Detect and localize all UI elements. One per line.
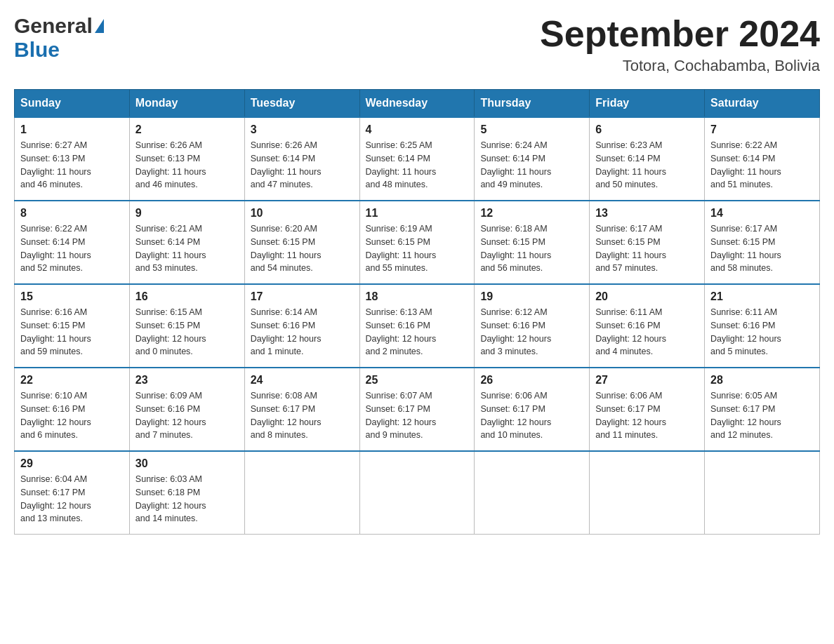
calendar-day-empty (475, 451, 590, 535)
calendar-day-26: 26Sunrise: 6:06 AMSunset: 6:17 PMDayligh… (475, 368, 590, 451)
calendar-week-1: 1Sunrise: 6:27 AMSunset: 6:13 PMDaylight… (15, 117, 820, 201)
day-number: 28 (710, 374, 814, 387)
calendar-table: SundayMondayTuesdayWednesdayThursdayFrid… (14, 89, 820, 535)
day-info: Sunrise: 6:18 AMSunset: 6:15 PMDaylight:… (480, 222, 583, 275)
weekday-header-thursday: Thursday (475, 90, 590, 118)
day-number: 23 (135, 374, 239, 387)
calendar-week-4: 22Sunrise: 6:10 AMSunset: 6:16 PMDayligh… (15, 368, 820, 451)
day-info: Sunrise: 6:26 AMSunset: 6:14 PMDaylight:… (251, 139, 354, 192)
day-number: 15 (20, 290, 124, 303)
calendar-day-2: 2Sunrise: 6:26 AMSunset: 6:13 PMDaylight… (129, 117, 244, 201)
calendar-day-22: 22Sunrise: 6:10 AMSunset: 6:16 PMDayligh… (15, 368, 130, 451)
calendar-day-11: 11Sunrise: 6:19 AMSunset: 6:15 PMDayligh… (359, 201, 475, 284)
calendar-day-18: 18Sunrise: 6:13 AMSunset: 6:16 PMDayligh… (359, 284, 475, 368)
day-info: Sunrise: 6:25 AMSunset: 6:14 PMDaylight:… (366, 139, 469, 192)
calendar-day-28: 28Sunrise: 6:05 AMSunset: 6:17 PMDayligh… (705, 368, 820, 451)
day-info: Sunrise: 6:06 AMSunset: 6:17 PMDaylight:… (480, 389, 583, 442)
day-info: Sunrise: 6:26 AMSunset: 6:13 PMDaylight:… (135, 139, 239, 192)
day-info: Sunrise: 6:08 AMSunset: 6:17 PMDaylight:… (251, 389, 354, 442)
day-number: 3 (251, 123, 354, 136)
day-info: Sunrise: 6:16 AMSunset: 6:15 PMDaylight:… (20, 306, 124, 358)
calendar-day-13: 13Sunrise: 6:17 AMSunset: 6:15 PMDayligh… (590, 201, 705, 284)
day-info: Sunrise: 6:17 AMSunset: 6:15 PMDaylight:… (595, 222, 699, 275)
day-number: 29 (20, 457, 124, 470)
day-info: Sunrise: 6:09 AMSunset: 6:16 PMDaylight:… (135, 389, 239, 442)
day-info: Sunrise: 6:17 AMSunset: 6:15 PMDaylight:… (710, 222, 814, 275)
day-info: Sunrise: 6:04 AMSunset: 6:17 PMDaylight:… (20, 473, 124, 525)
calendar-day-27: 27Sunrise: 6:06 AMSunset: 6:17 PMDayligh… (590, 368, 705, 451)
day-number: 27 (595, 374, 699, 387)
day-number: 26 (480, 374, 583, 387)
day-info: Sunrise: 6:24 AMSunset: 6:14 PMDaylight:… (480, 139, 583, 192)
day-info: Sunrise: 6:13 AMSunset: 6:16 PMDaylight:… (366, 306, 469, 358)
calendar-day-20: 20Sunrise: 6:11 AMSunset: 6:16 PMDayligh… (590, 284, 705, 368)
calendar-day-25: 25Sunrise: 6:07 AMSunset: 6:17 PMDayligh… (359, 368, 475, 451)
day-info: Sunrise: 6:03 AMSunset: 6:18 PMDaylight:… (135, 473, 239, 525)
calendar-day-3: 3Sunrise: 6:26 AMSunset: 6:14 PMDaylight… (244, 117, 359, 201)
logo-general-text: General (14, 14, 93, 38)
page-header: General Blue September 2024 Totora, Coch… (14, 14, 820, 75)
calendar-day-21: 21Sunrise: 6:11 AMSunset: 6:16 PMDayligh… (705, 284, 820, 368)
calendar-week-5: 29Sunrise: 6:04 AMSunset: 6:17 PMDayligh… (15, 451, 820, 535)
day-info: Sunrise: 6:20 AMSunset: 6:15 PMDaylight:… (251, 222, 354, 275)
weekday-header-sunday: Sunday (15, 90, 130, 118)
calendar-day-23: 23Sunrise: 6:09 AMSunset: 6:16 PMDayligh… (129, 368, 244, 451)
day-info: Sunrise: 6:06 AMSunset: 6:17 PMDaylight:… (595, 389, 699, 442)
day-info: Sunrise: 6:05 AMSunset: 6:17 PMDaylight:… (710, 389, 814, 442)
day-number: 5 (480, 123, 583, 136)
calendar-day-5: 5Sunrise: 6:24 AMSunset: 6:14 PMDaylight… (475, 117, 590, 201)
calendar-day-24: 24Sunrise: 6:08 AMSunset: 6:17 PMDayligh… (244, 368, 359, 451)
month-year-title: September 2024 (540, 14, 820, 54)
calendar-day-10: 10Sunrise: 6:20 AMSunset: 6:15 PMDayligh… (244, 201, 359, 284)
calendar-day-empty (590, 451, 705, 535)
day-info: Sunrise: 6:15 AMSunset: 6:15 PMDaylight:… (135, 306, 239, 358)
weekday-header-monday: Monday (129, 90, 244, 118)
logo-blue-text: Blue (14, 38, 60, 61)
weekday-header-saturday: Saturday (705, 90, 820, 118)
day-number: 18 (366, 290, 469, 303)
weekday-header-wednesday: Wednesday (359, 90, 475, 118)
day-info: Sunrise: 6:22 AMSunset: 6:14 PMDaylight:… (20, 222, 124, 275)
day-info: Sunrise: 6:11 AMSunset: 6:16 PMDaylight:… (595, 306, 699, 358)
day-number: 1 (20, 123, 124, 136)
day-info: Sunrise: 6:27 AMSunset: 6:13 PMDaylight:… (20, 139, 124, 192)
day-number: 6 (595, 123, 699, 136)
weekday-header-friday: Friday (590, 90, 705, 118)
day-number: 30 (135, 457, 239, 470)
calendar-header-row: SundayMondayTuesdayWednesdayThursdayFrid… (15, 90, 820, 118)
day-number: 13 (595, 207, 699, 220)
calendar-day-30: 30Sunrise: 6:03 AMSunset: 6:18 PMDayligh… (129, 451, 244, 535)
location-subtitle: Totora, Cochabamba, Bolivia (540, 57, 820, 75)
calendar-day-12: 12Sunrise: 6:18 AMSunset: 6:15 PMDayligh… (475, 201, 590, 284)
calendar-day-7: 7Sunrise: 6:22 AMSunset: 6:14 PMDaylight… (705, 117, 820, 201)
calendar-day-4: 4Sunrise: 6:25 AMSunset: 6:14 PMDaylight… (359, 117, 475, 201)
day-number: 10 (251, 207, 354, 220)
calendar-day-8: 8Sunrise: 6:22 AMSunset: 6:14 PMDaylight… (15, 201, 130, 284)
day-number: 16 (135, 290, 239, 303)
day-number: 7 (710, 123, 814, 136)
day-number: 8 (20, 207, 124, 220)
day-number: 22 (20, 374, 124, 387)
day-number: 12 (480, 207, 583, 220)
calendar-week-2: 8Sunrise: 6:22 AMSunset: 6:14 PMDaylight… (15, 201, 820, 284)
calendar-day-14: 14Sunrise: 6:17 AMSunset: 6:15 PMDayligh… (705, 201, 820, 284)
calendar-day-29: 29Sunrise: 6:04 AMSunset: 6:17 PMDayligh… (15, 451, 130, 535)
day-number: 4 (366, 123, 469, 136)
day-info: Sunrise: 6:19 AMSunset: 6:15 PMDaylight:… (366, 222, 469, 275)
calendar-day-15: 15Sunrise: 6:16 AMSunset: 6:15 PMDayligh… (15, 284, 130, 368)
day-info: Sunrise: 6:07 AMSunset: 6:17 PMDaylight:… (366, 389, 469, 442)
logo-triangle-icon (95, 19, 104, 33)
day-number: 14 (710, 207, 814, 220)
calendar-day-empty (359, 451, 475, 535)
day-number: 9 (135, 207, 239, 220)
calendar-day-empty (244, 451, 359, 535)
day-info: Sunrise: 6:23 AMSunset: 6:14 PMDaylight:… (595, 139, 699, 192)
day-info: Sunrise: 6:22 AMSunset: 6:14 PMDaylight:… (710, 139, 814, 192)
calendar-day-17: 17Sunrise: 6:14 AMSunset: 6:16 PMDayligh… (244, 284, 359, 368)
logo: General Blue (14, 14, 104, 62)
day-info: Sunrise: 6:14 AMSunset: 6:16 PMDaylight:… (251, 306, 354, 358)
day-info: Sunrise: 6:12 AMSunset: 6:16 PMDaylight:… (480, 306, 583, 358)
day-info: Sunrise: 6:11 AMSunset: 6:16 PMDaylight:… (710, 306, 814, 358)
calendar-day-6: 6Sunrise: 6:23 AMSunset: 6:14 PMDaylight… (590, 117, 705, 201)
day-number: 11 (366, 207, 469, 220)
